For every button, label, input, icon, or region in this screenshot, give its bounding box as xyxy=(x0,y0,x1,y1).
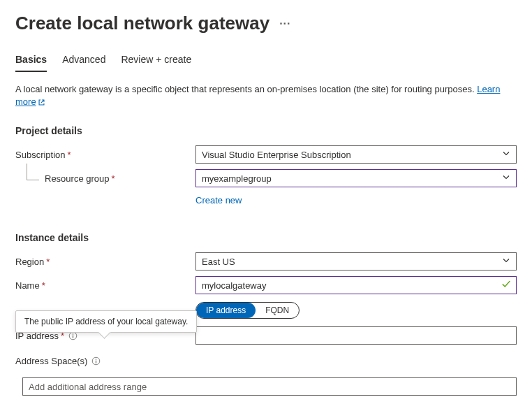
endpoint-fqdn-option[interactable]: FQDN xyxy=(256,303,299,318)
name-input[interactable] xyxy=(195,276,517,294)
required-asterisk: * xyxy=(112,173,115,184)
ip-address-input[interactable] xyxy=(195,326,517,345)
label-name: Name xyxy=(15,280,40,291)
label-resource-group: Resource group xyxy=(45,173,110,184)
chevron-down-icon xyxy=(502,257,510,267)
tabs: Basics Advanced Review + create xyxy=(15,54,517,72)
create-new-link[interactable]: Create new xyxy=(195,195,242,206)
section-project-details: Project details xyxy=(15,125,517,136)
label-address-space: Address Space(s) xyxy=(15,356,87,366)
check-icon xyxy=(501,280,511,291)
chevron-down-icon xyxy=(502,150,510,160)
subscription-dropdown[interactable]: Visual Studio Enterprise Subscription xyxy=(195,145,517,164)
required-asterisk: * xyxy=(68,150,71,160)
description-text: A local network gateway is a specific ob… xyxy=(15,83,517,110)
row-name: Name * xyxy=(15,275,517,295)
required-asterisk: * xyxy=(46,257,50,267)
chevron-down-icon xyxy=(502,173,510,184)
row-create-new: Create new xyxy=(15,192,517,215)
tooltip-ip-address: The public IP address of your local gate… xyxy=(15,310,197,333)
svg-rect-5 xyxy=(96,361,96,363)
label-region: Region xyxy=(15,257,44,267)
indent-connector xyxy=(27,164,39,180)
tab-review-create[interactable]: Review + create xyxy=(121,54,191,72)
section-instance-details: Instance details xyxy=(15,232,517,243)
svg-point-4 xyxy=(96,359,96,359)
resource-group-dropdown[interactable]: myexamplegroup xyxy=(195,169,517,187)
endpoint-ip-option[interactable]: IP address xyxy=(196,303,256,318)
row-address-space: Address Space(s) xyxy=(15,351,517,370)
info-icon[interactable] xyxy=(91,356,101,366)
page-title: Create local network gateway ··· xyxy=(15,13,517,34)
row-resource-group: Resource group * myexamplegroup xyxy=(15,168,517,188)
external-link-icon xyxy=(38,97,45,110)
svg-rect-2 xyxy=(73,336,73,338)
row-subscription: Subscription * Visual Studio Enterprise … xyxy=(15,145,517,164)
page-title-text: Create local network gateway xyxy=(15,13,269,34)
address-space-input[interactable] xyxy=(22,377,517,396)
region-dropdown[interactable]: East US xyxy=(195,252,517,271)
label-subscription: Subscription xyxy=(15,150,66,160)
svg-point-1 xyxy=(73,333,73,334)
tab-advanced[interactable]: Advanced xyxy=(62,54,105,72)
endpoint-toggle: IP address FQDN xyxy=(195,302,300,319)
row-region: Region * East US xyxy=(15,252,517,271)
more-icon[interactable]: ··· xyxy=(279,17,290,30)
tab-basics[interactable]: Basics xyxy=(15,54,47,72)
required-asterisk: * xyxy=(42,280,45,291)
